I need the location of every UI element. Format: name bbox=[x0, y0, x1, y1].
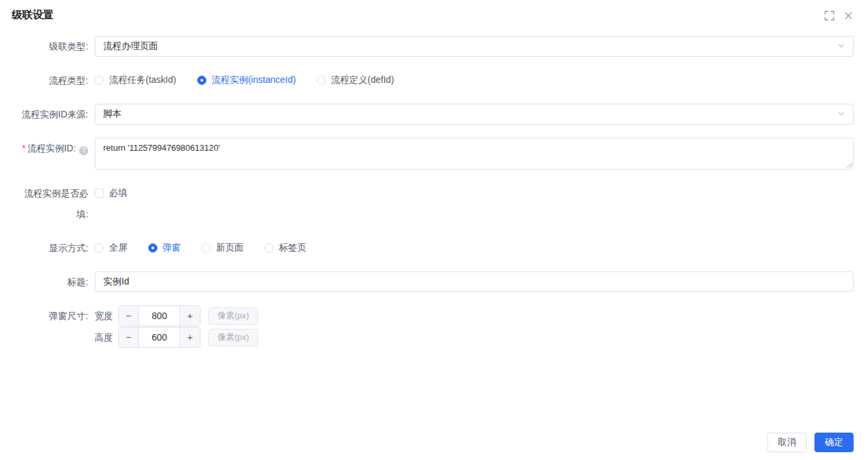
radio-process-task[interactable]: 流程任务(taskId) bbox=[95, 74, 176, 86]
width-label: 宽度 bbox=[95, 305, 113, 326]
radio-icon bbox=[148, 243, 157, 253]
process-type-radio-group: 流程任务(taskId) 流程实例(instanceId) 流程定义(defId… bbox=[95, 70, 854, 91]
height-stepper: − + bbox=[118, 327, 201, 348]
confirm-button[interactable]: 确定 bbox=[814, 433, 854, 452]
radio-fullscreen[interactable]: 全屏 bbox=[95, 242, 127, 254]
cancel-button[interactable]: 取消 bbox=[767, 433, 807, 452]
radio-icon bbox=[95, 243, 104, 253]
field-instance-id: *流程实例ID:? return '1125799476980613120' bbox=[0, 138, 868, 170]
radio-popup[interactable]: 弹窗 bbox=[148, 242, 181, 254]
radio-icon bbox=[197, 76, 206, 85]
fullscreen-icon[interactable] bbox=[824, 10, 835, 21]
radio-new-page[interactable]: 新页面 bbox=[202, 242, 244, 254]
popup-size-label: 弹窗尺寸: bbox=[0, 305, 88, 326]
checkbox-label: 必填 bbox=[109, 187, 127, 199]
help-icon[interactable]: ? bbox=[79, 146, 88, 155]
instance-id-source-value: 脚本 bbox=[103, 108, 121, 120]
radio-process-definition[interactable]: 流程定义(defId) bbox=[317, 74, 394, 86]
title-input[interactable] bbox=[95, 271, 854, 292]
display-mode-label: 显示方式: bbox=[0, 238, 88, 258]
cascade-type-value: 流程办理页面 bbox=[103, 40, 158, 52]
instance-id-source-label: 流程实例ID来源: bbox=[0, 104, 88, 125]
width-stepper: − + bbox=[118, 305, 201, 326]
dialog-footer: 取消 确定 bbox=[767, 433, 854, 452]
radio-icon bbox=[202, 243, 211, 253]
close-icon[interactable] bbox=[843, 10, 854, 21]
radio-icon bbox=[317, 76, 326, 85]
radio-icon bbox=[265, 243, 274, 253]
field-instance-required: 流程实例是否必填: 必填 bbox=[0, 183, 868, 224]
display-mode-radio-group: 全屏 弹窗 新页面 标签页 bbox=[95, 238, 854, 258]
field-display-mode: 显示方式: 全屏 弹窗 新页面 标签页 bbox=[0, 238, 868, 258]
field-process-type: 流程类型: 流程任务(taskId) 流程实例(instanceId) 流程定义… bbox=[0, 70, 868, 91]
width-input[interactable] bbox=[139, 306, 180, 326]
window-controls bbox=[824, 8, 856, 21]
field-title: 标题: bbox=[0, 271, 868, 292]
cascade-type-select[interactable]: 流程办理页面 bbox=[95, 36, 854, 57]
popup-width-row: 宽度 − + 像素(px) bbox=[95, 305, 854, 326]
field-popup-size: 弹窗尺寸: 宽度 − + 像素(px) 高度 − + 像素(px) bbox=[0, 305, 868, 348]
width-increase-button[interactable]: + bbox=[180, 306, 200, 326]
cascade-type-label: 级联类型: bbox=[0, 36, 88, 57]
chevron-down-icon bbox=[837, 41, 845, 52]
dialog-title: 级联设置 bbox=[12, 8, 54, 22]
process-type-label: 流程类型: bbox=[0, 70, 88, 91]
title-label: 标题: bbox=[0, 271, 88, 292]
radio-icon bbox=[95, 76, 104, 85]
radio-tab-page[interactable]: 标签页 bbox=[265, 242, 306, 254]
height-unit-button[interactable]: 像素(px) bbox=[208, 329, 258, 346]
radio-process-instance[interactable]: 流程实例(instanceId) bbox=[197, 74, 296, 86]
instance-id-source-select[interactable]: 脚本 bbox=[95, 104, 854, 125]
checkbox-icon[interactable] bbox=[95, 189, 104, 198]
required-mark: * bbox=[22, 143, 25, 153]
width-unit-button[interactable]: 像素(px) bbox=[208, 307, 258, 325]
instance-required-checkbox-row[interactable]: 必填 bbox=[95, 183, 854, 204]
dialog-header: 级联设置 bbox=[0, 0, 868, 22]
width-decrease-button[interactable]: − bbox=[119, 306, 139, 326]
height-increase-button[interactable]: + bbox=[180, 328, 200, 347]
instance-required-label: 流程实例是否必填: bbox=[0, 183, 88, 224]
field-instance-id-source: 流程实例ID来源: 脚本 bbox=[0, 104, 868, 125]
height-input[interactable] bbox=[139, 328, 180, 347]
chevron-down-icon bbox=[837, 109, 845, 119]
height-decrease-button[interactable]: − bbox=[119, 328, 139, 347]
instance-id-label: *流程实例ID:? bbox=[0, 138, 88, 159]
height-label: 高度 bbox=[95, 327, 113, 348]
cascade-settings-form: 级联类型: 流程办理页面 流程类型: 流程任务(taskId) 流程实例(ins… bbox=[0, 22, 868, 348]
field-cascade-type: 级联类型: 流程办理页面 bbox=[0, 36, 868, 57]
instance-id-script-textarea[interactable]: return '1125799476980613120' bbox=[95, 138, 854, 170]
popup-height-row: 高度 − + 像素(px) bbox=[95, 327, 854, 348]
